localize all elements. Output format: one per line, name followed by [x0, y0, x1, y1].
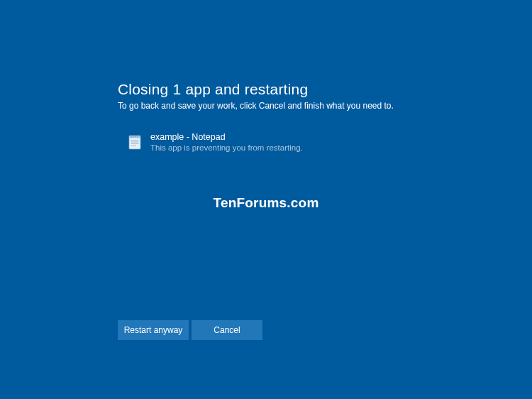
blocking-app-text: example - Notepad This app is preventing… [150, 132, 303, 152]
svg-point-4 [135, 136, 135, 137]
cancel-button[interactable]: Cancel [192, 320, 262, 340]
watermark-text: TenForums.com [214, 195, 319, 211]
dialog-subheading: To go back and save your work, click Can… [118, 101, 472, 111]
blocking-app-status: This app is preventing you from restarti… [150, 143, 303, 152]
notepad-icon [126, 133, 143, 151]
restart-anyway-button[interactable]: Restart anyway [118, 320, 189, 340]
svg-point-2 [131, 136, 131, 137]
dialog-content: Closing 1 app and restarting To go back … [118, 81, 472, 152]
dialog-heading: Closing 1 app and restarting [118, 81, 472, 98]
svg-point-3 [133, 136, 133, 137]
svg-point-5 [137, 136, 138, 137]
button-row: Restart anyway Cancel [118, 320, 262, 340]
blocking-app-name: example - Notepad [150, 132, 303, 142]
blocking-app-row: example - Notepad This app is preventing… [126, 132, 472, 152]
